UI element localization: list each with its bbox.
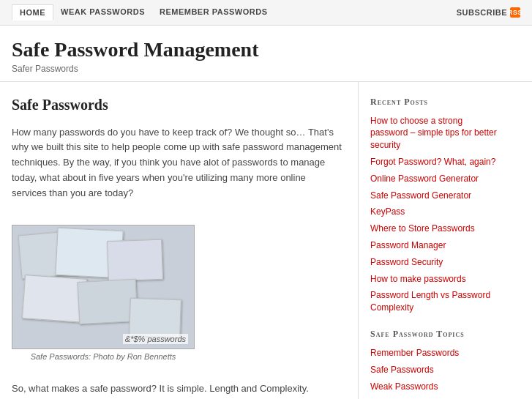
photo-card-6 (129, 297, 181, 337)
sidebar: Recent Posts How to choose a strong pass… (359, 82, 512, 399)
nav-links: HOME WEAK PASSWORDS REMEMBER PASSWORDS (12, 4, 275, 20)
topic-link[interactable]: Weak Passwords (370, 381, 501, 393)
nav-remember-passwords[interactable]: REMEMBER PASSWORDS (152, 4, 275, 20)
recent-posts-section: Recent Posts How to choose a strong pass… (370, 97, 501, 314)
site-title: Safe Password Management (12, 37, 520, 62)
recent-post-link[interactable]: Online Password Generator (370, 173, 501, 185)
main-content: Safe Passwords How many passwords do you… (0, 82, 532, 399)
topics-list: Remember PasswordsSafe PasswordsWeak Pas… (370, 347, 501, 392)
topic-link[interactable]: Remember Passwords (370, 347, 501, 359)
article: Safe Passwords How many passwords do you… (0, 82, 359, 399)
nav-home[interactable]: HOME (12, 4, 53, 20)
article-title: Safe Passwords (12, 97, 343, 113)
recent-post-link[interactable]: How to choose a strong password – simple… (370, 115, 501, 152)
rss-icon[interactable]: RSS (510, 7, 520, 18)
topics-title: Safe Password Topics (370, 329, 501, 340)
topic-link[interactable]: Safe Passwords (370, 364, 501, 376)
image-overlay-text: &*$% passwords (123, 334, 188, 344)
article-body: How many passwords do you have to keep t… (12, 125, 343, 201)
image-container: &*$% passwords Safe Passwords: Photo by … (12, 225, 195, 361)
topics-section: Safe Password Topics Remember PasswordsS… (370, 329, 501, 392)
article-footer: So, what makes a safe password? It is si… (12, 381, 343, 397)
recent-post-link[interactable]: Where to Store Passwords (370, 223, 501, 235)
recent-posts-title: Recent Posts (370, 97, 501, 108)
site-header: Safe Password Management Safer Passwords (0, 26, 532, 82)
main-image: &*$% passwords (12, 225, 195, 349)
recent-post-link[interactable]: KeyPass (370, 206, 501, 218)
image-caption: Safe Passwords: Photo by Ron Bennetts (12, 352, 195, 361)
photo-card-3 (107, 239, 163, 281)
recent-post-link[interactable]: Password Manager (370, 239, 501, 252)
recent-post-link[interactable]: Password Length vs Password Complexity (370, 289, 501, 314)
subscribe-area: SUBSCRIBE RSS (457, 7, 520, 18)
recent-post-link[interactable]: How to make passwords (370, 273, 501, 286)
site-subtitle: Safer Passwords (12, 64, 520, 74)
recent-post-link[interactable]: Safe Password Generator (370, 190, 501, 202)
subscribe-label[interactable]: SUBSCRIBE (457, 8, 507, 17)
nav-weak-passwords[interactable]: WEAK PASSWORDS (53, 4, 152, 20)
nav-bar: HOME WEAK PASSWORDS REMEMBER PASSWORDS S… (0, 0, 532, 26)
recent-post-link[interactable]: Forgot Password? What, again? (370, 156, 501, 168)
recent-posts-list: How to choose a strong password – simple… (370, 115, 501, 314)
recent-post-link[interactable]: Password Security (370, 256, 501, 269)
